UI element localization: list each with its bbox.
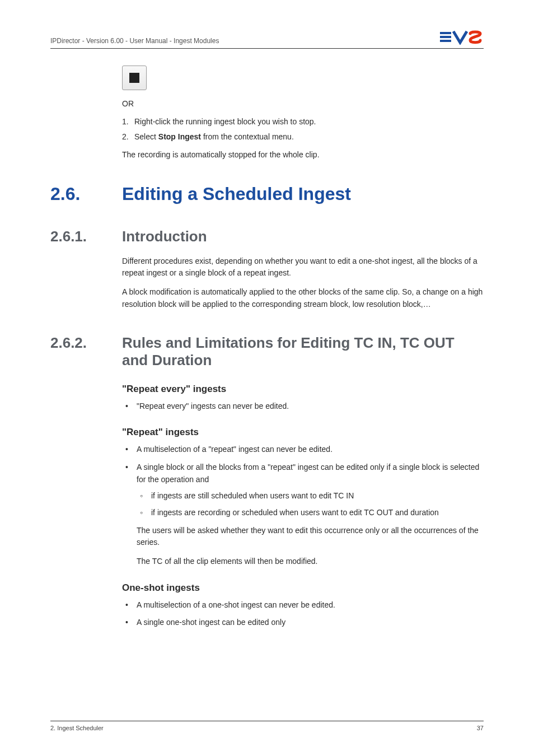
intro-p1: Different procedures exist, depending on… [122, 255, 484, 279]
step-2: 2.Select Stop Ingest from the contextual… [122, 131, 484, 143]
repeat-item-2: A single block or all the blocks from a … [122, 461, 484, 519]
step-1-number: 1. [122, 116, 129, 128]
page-footer: 2. Ingest Scheduler 37 [50, 721, 484, 731]
subsection-2-6-1-heading: 2.6.1. Introduction [50, 228, 484, 245]
footer-left: 2. Ingest Scheduler [50, 725, 104, 731]
subsection-2-6-2-heading: 2.6.2. Rules and Limitations for Editing… [50, 334, 484, 369]
section-2-6-number: 2.6. [50, 184, 122, 204]
step-1-text: Right-click the running ingest block you… [134, 117, 316, 126]
oneshot-heading: One-shot ingests [122, 582, 484, 594]
step-1: 1.Right-click the running ingest block y… [122, 116, 484, 128]
svg-rect-0 [440, 32, 451, 34]
oneshot-item-2: A single one-shot ingest can be edited o… [122, 617, 484, 629]
repeat-item-1: A multiselection of a "repeat" ingest ca… [122, 444, 484, 456]
numbered-steps: 1.Right-click the running ingest block y… [122, 116, 484, 143]
oneshot-item-1: A multiselection of a one-shot ingest ca… [122, 599, 484, 612]
repeat-subitem-1: if ingests are still scheduled when user… [137, 490, 484, 502]
repeat-every-item-1: "Repeat every" ingests can never be edit… [122, 400, 484, 413]
subsection-2-6-1-body: Different procedures exist, depending on… [50, 255, 484, 311]
after-steps-text: The recording is automatically stopped f… [122, 149, 484, 161]
svg-rect-1 [440, 36, 451, 38]
section-2-6-title: Editing a Scheduled Ingest [122, 184, 351, 204]
top-content: OR 1.Right-click the running ingest bloc… [50, 49, 484, 161]
repeat-every-list: "Repeat every" ingests can never be edit… [122, 400, 484, 413]
repeat-every-heading: "Repeat every" ingests [122, 384, 484, 395]
step-2-bold: Stop Ingest [158, 132, 201, 141]
stop-square [129, 73, 139, 83]
subsection-2-6-1-title: Introduction [122, 228, 207, 245]
repeat-item-2-text: A single block or all the blocks from a … [137, 463, 479, 484]
repeat-followup-2: The TC of all the clip elements will the… [122, 556, 484, 568]
step-2-number: 2. [122, 131, 129, 143]
header-left-text: IPDirector - Version 6.00 - User Manual … [50, 37, 219, 45]
repeat-sublist: if ingests are still scheduled when user… [137, 490, 484, 519]
repeat-subitem-2: if ingests are recording or scheduled wh… [137, 507, 484, 519]
subsection-2-6-2-body: "Repeat every" ingests "Repeat every" in… [50, 384, 484, 629]
page-header: IPDirector - Version 6.00 - User Manual … [50, 30, 484, 45]
evs-logo [440, 30, 484, 45]
oneshot-list: A multiselection of a one-shot ingest ca… [122, 599, 484, 629]
repeat-list: A multiselection of a "repeat" ingest ca… [122, 444, 484, 519]
section-2-6-heading: 2.6. Editing a Scheduled Ingest [50, 184, 484, 204]
or-text: OR [122, 98, 484, 110]
step-2-pre: Select [134, 132, 158, 141]
svg-rect-2 [440, 40, 451, 42]
repeat-followup-1: The users will be asked whether they wan… [122, 525, 484, 549]
subsection-2-6-1-number: 2.6.1. [50, 228, 122, 245]
subsection-2-6-2-title: Rules and Limitations for Editing TC IN,… [122, 334, 484, 369]
intro-p2: A block modification is automatically ap… [122, 286, 484, 310]
stop-icon [122, 66, 147, 90]
subsection-2-6-2-number: 2.6.2. [50, 334, 122, 352]
footer-page-number: 37 [477, 725, 484, 731]
repeat-heading: "Repeat" ingests [122, 427, 484, 438]
footer-divider [50, 721, 484, 721]
step-2-post: from the contextual menu. [201, 132, 294, 141]
